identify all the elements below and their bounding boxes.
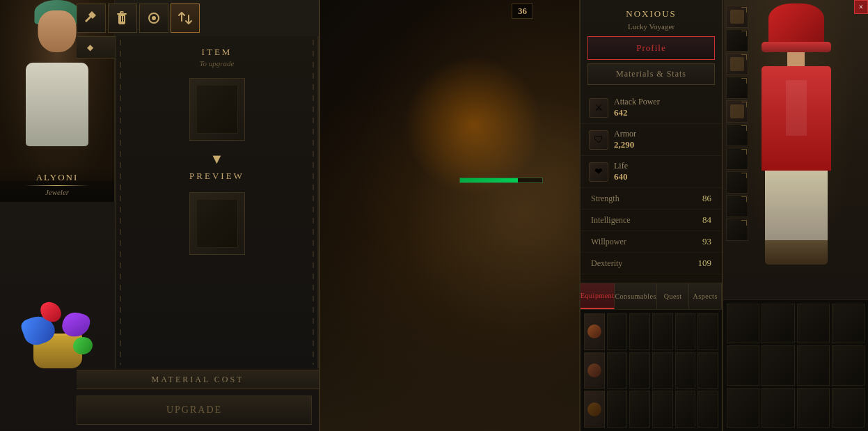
right-grid-4[interactable]	[832, 304, 865, 343]
char-boots	[765, 240, 828, 265]
life-icon: ❤	[589, 162, 608, 182]
strength-label: Strength	[591, 194, 620, 204]
willpower-label: Willpower	[591, 237, 626, 247]
char-legs	[765, 171, 828, 240]
grid-slot-7[interactable]	[584, 352, 605, 389]
grid-slot-15[interactable]	[629, 391, 650, 428]
grid-item-icon-13	[587, 402, 601, 416]
toolbar	[77, 3, 200, 33]
toolbar-btn-hammer[interactable]	[77, 3, 106, 33]
material-cost-text: Material Cost	[152, 375, 244, 385]
life-label: Life	[614, 161, 713, 171]
grid-slot-16[interactable]	[652, 391, 673, 428]
character-portrait	[724, 0, 868, 299]
corner-mark	[741, 78, 747, 84]
tab-aspects[interactable]: Aspects	[689, 283, 722, 309]
inv-slot-left-9[interactable]	[726, 195, 748, 217]
right-grid-5[interactable]	[727, 345, 759, 385]
toolbar-btn-transfer[interactable]	[171, 3, 200, 33]
stat-row-armor: 🛡 Armor 2,290	[581, 124, 722, 156]
right-grid-10[interactable]	[762, 388, 794, 428]
tab-equipment[interactable]: Equipment	[581, 283, 615, 309]
grid-slot-3[interactable]	[629, 313, 650, 350]
corner-mark	[741, 196, 747, 202]
corner-mark	[741, 149, 747, 155]
material-cost-bar: Material Cost	[77, 370, 319, 389]
right-grid-2[interactable]	[762, 304, 794, 343]
upgrade-button[interactable]: Upgrade	[77, 395, 312, 425]
inv-slot-left-8[interactable]	[726, 171, 748, 194]
tab-quest[interactable]: Quest	[657, 283, 690, 309]
item-slot-preview[interactable]	[189, 192, 245, 255]
right-grid-3[interactable]	[797, 304, 830, 343]
grid-slot-1[interactable]	[584, 313, 605, 350]
grid-slot-6[interactable]	[697, 313, 718, 350]
attr-row-dexterity: Dexterity 109	[581, 253, 722, 274]
toolbar-btn-craft[interactable]	[108, 3, 137, 33]
char-name: NOXIOUS	[581, 0, 722, 19]
right-panel	[722, 0, 868, 431]
inv-slot-left-10[interactable]	[726, 219, 748, 241]
right-grid-1[interactable]	[727, 304, 759, 343]
grid-slot-8[interactable]	[607, 352, 628, 389]
grid-item-icon-7	[587, 363, 601, 377]
grid-slot-11[interactable]	[675, 352, 696, 389]
stat-row-attack: ⚔ Attack Power 642	[581, 92, 722, 124]
inv-slot-left-5[interactable]	[726, 100, 748, 123]
upgrade-btn-area: Upgrade	[77, 393, 312, 428]
armor-value: 2,290	[614, 139, 713, 150]
toolbar-btn-ring[interactable]	[139, 3, 168, 33]
npc-body	[26, 63, 88, 146]
right-inv-grid	[723, 299, 868, 431]
attack-label: Attack Power	[614, 97, 713, 107]
right-grid-8[interactable]	[832, 345, 865, 385]
materials-stats-button[interactable]: Materials & Stats	[587, 63, 715, 85]
stat-row-life: ❤ Life 640	[581, 156, 722, 188]
grid-slot-18[interactable]	[697, 391, 718, 428]
right-grid-9[interactable]	[727, 388, 759, 428]
inv-slot-left-2[interactable]	[726, 29, 748, 52]
strength-value: 86	[702, 193, 711, 204]
grid-slot-5[interactable]	[675, 313, 696, 350]
armor-icon: 🛡	[589, 130, 608, 150]
attack-info: Attack Power 642	[614, 97, 713, 118]
right-grid-7[interactable]	[797, 345, 830, 385]
char-coat-accent	[786, 80, 807, 136]
npc-face	[38, 10, 77, 52]
attack-icon: ⚔	[589, 98, 608, 118]
corner-mark	[741, 125, 747, 131]
profile-button[interactable]: Profile	[587, 36, 715, 60]
grid-slot-9[interactable]	[629, 352, 650, 389]
level-badge-top: 36	[512, 3, 533, 19]
right-grid-12[interactable]	[832, 388, 865, 428]
tab-bar: Equipment Consumables Quest Aspects	[581, 283, 722, 309]
right-grid-6[interactable]	[762, 345, 794, 385]
inv-slot-left-6[interactable]	[726, 124, 748, 146]
attr-row-strength: Strength 86	[581, 188, 722, 210]
inv-slot-left-4[interactable]	[726, 77, 748, 99]
item-slot-top[interactable]	[189, 78, 245, 141]
right-grid-11[interactable]	[797, 388, 830, 428]
grid-slot-13[interactable]	[584, 391, 605, 428]
inv-slot-left-3[interactable]	[726, 53, 748, 75]
close-button[interactable]: ×	[854, 0, 868, 14]
char-hat-brim	[762, 42, 831, 52]
grid-slot-12[interactable]	[697, 352, 718, 389]
grid-item-icon-1	[587, 324, 601, 338]
grid-slot-2[interactable]	[607, 313, 628, 350]
npc-title: Jeweler	[3, 188, 111, 196]
corner-mark	[741, 173, 747, 178]
inv-slot-left-1[interactable]	[726, 6, 748, 28]
grid-slot-4[interactable]	[652, 313, 673, 350]
tab-consumables[interactable]: Consumables	[615, 283, 656, 309]
inv-slot-left-7[interactable]	[726, 148, 748, 170]
grid-slot-10[interactable]	[652, 352, 673, 389]
fire-glow	[404, 56, 543, 195]
corner-mark	[741, 54, 747, 60]
grid-slot-14[interactable]	[607, 391, 628, 428]
npc-divider	[25, 185, 89, 186]
hp-bar-container	[459, 178, 543, 183]
grid-slot-17[interactable]	[675, 391, 696, 428]
item-slot-inner-preview	[196, 199, 238, 248]
attr-row-willpower: Willpower 93	[581, 231, 722, 253]
